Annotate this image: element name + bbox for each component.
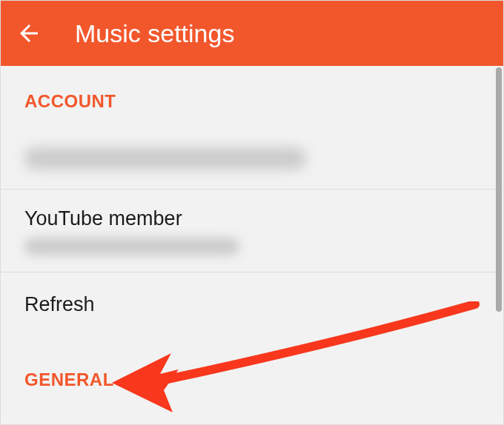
youtube-member-item[interactable]: YouTube member	[1, 190, 503, 272]
refresh-item[interactable]: Refresh	[1, 272, 503, 337]
account-email-redacted	[24, 147, 306, 170]
settings-screen: Music settings ACCOUNT YouTube member Re…	[0, 0, 504, 425]
section-header-general: GENERAL	[1, 337, 503, 398]
page-title: Music settings	[75, 19, 234, 48]
section-header-account: ACCOUNT	[1, 66, 503, 128]
account-email-item[interactable]	[1, 128, 503, 190]
youtube-member-subtitle-redacted	[24, 238, 239, 255]
scrollbar[interactable]	[496, 67, 502, 312]
app-bar: Music settings	[1, 1, 503, 66]
youtube-member-title: YouTube member	[24, 206, 480, 232]
content-area: ACCOUNT YouTube member Refresh GENERAL	[1, 66, 503, 424]
back-arrow-icon[interactable]	[16, 20, 42, 47]
refresh-label: Refresh	[24, 293, 95, 315]
